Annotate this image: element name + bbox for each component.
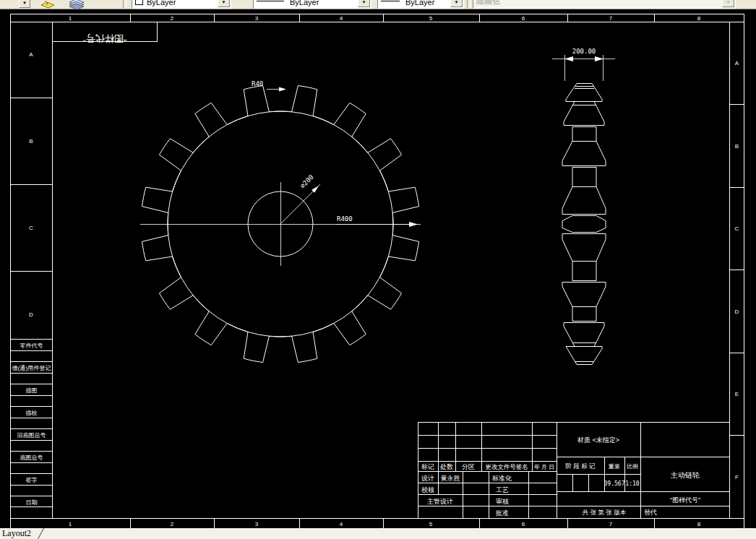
zone-number: 7 [609,521,613,527]
zone-number: 7 [609,15,613,22]
zone-number: 4 [340,15,343,22]
zone-letter: D [29,311,33,318]
attachment-label: 借(通)用件登记 [12,364,51,371]
zone-number: 1 [69,15,72,22]
approve-label: 批准 [495,509,509,517]
zone-letter: C [29,225,33,231]
zone-letter: B [29,138,33,145]
zone-letter: A [29,51,33,58]
zone-letter: B [735,143,739,150]
weight-label: 重量 [608,463,620,470]
material-label: 材质 <未指定> [577,436,619,444]
zone-number: 2 [171,521,174,527]
zone-labels: 1 2 3 4 5 6 7 8 1 2 3 4 5 6 7 8 A B C D … [29,15,739,528]
stage-mark-label: 阶 段 标 记 [565,462,596,470]
attachment-label: 底图总号 [20,454,43,461]
color-control[interactable]: ByLayer ▼ [132,0,231,9]
drawing-canvas[interactable]: 1 2 3 4 5 6 7 8 1 2 3 4 5 6 7 8 A B C D … [0,0,756,539]
zone-letter: C [735,225,739,232]
color-swatch [135,0,143,5]
check-label: 校核 [421,486,434,493]
centerlines [140,182,421,266]
zone-number: 6 [522,521,525,527]
color-value: ByLayer [147,0,176,7]
arrowhead [409,222,418,227]
corner-drawing-code: “图样代号” [83,33,127,44]
width-dimension-lines [552,55,615,81]
scale-value: 1:10 [625,480,639,487]
dim-tooth-root-radius: R40 [252,80,263,87]
zone-number: 5 [429,521,433,527]
dimension-leaders [267,90,418,225]
attachment-label: 日期 [26,499,38,506]
zone-number: 2 [171,15,174,22]
rev-header-zone: 分区 [462,463,475,470]
cad-application-window: ▼ ByLayer ▼ ByLayer ▼ B [0,0,756,539]
toolbar-separator [467,0,471,8]
zone-letter: F [735,474,739,480]
attachment-label: 零件代号 [20,342,43,349]
properties-toolbar: ▼ ByLayer ▼ ByLayer ▼ B [0,0,756,9]
rev-header-changedoc: 更改文件号签名 [485,463,528,470]
layout-tab-bar: Layout2 [0,528,756,539]
lineweight-control[interactable]: ByLayer ▼ [377,0,464,9]
chief-design-label: 主管设计 [427,498,453,505]
linetype-dropdown-arrow[interactable]: ▼ [358,0,370,7]
color-dropdown-arrow[interactable]: ▼ [218,0,230,7]
weight-value: 39.567 [604,480,625,487]
zone-letter: A [735,60,739,66]
zone-letter: E [735,391,739,397]
scale-label: 比例 [627,463,638,470]
tab-edge-divider [31,528,44,539]
side-view-dimension: 200.00 [564,48,603,61]
design-label: 设计 [421,475,434,482]
zone-number: 5 [429,15,433,22]
rev-header-mark: 标记 [421,463,434,470]
linetype-sample [257,1,284,1]
plotstyle-value: 随颜色 [476,0,500,7]
attachment-label: 描校 [26,410,38,416]
arrowhead [595,56,603,61]
attachment-label: 旧底图总号 [17,432,46,439]
designer-name: 黄永胜 [441,475,460,482]
dim-width: 200.00 [572,48,596,55]
sprocket-side-view [552,55,615,365]
replace-label: 替代 [644,509,657,516]
rev-header-count: 处数 [439,463,453,470]
make-object-layer-current-icon[interactable] [39,0,56,9]
process-label: 工艺 [496,486,509,493]
zone-number: 8 [697,521,701,527]
standardization-label: 标准化 [491,475,512,482]
part-name: 主动链轮 [670,471,700,479]
title-block-lines [418,423,730,519]
layers-stack-icon[interactable] [66,0,87,9]
attachment-label: 签字 [26,477,38,483]
drawing-code: “图样代号” [670,496,700,504]
lineweight-dropdown-arrow[interactable]: ▼ [450,0,463,7]
sheet-border-lines [11,14,744,529]
layout-tab[interactable]: Layout2 [0,528,31,539]
dim-hub-diameter: ⌀200 [298,173,314,189]
zone-number: 6 [522,15,525,22]
arrowhead [279,87,286,92]
plotstyle-control: 随颜色 ▼ [473,0,736,9]
sheets-label: 共 张 第 张 版本 [582,509,627,516]
plotstyle-dropdown-arrow: ▼ [722,0,734,7]
toolbar-separator [123,0,126,8]
arrowhead [564,56,573,61]
zone-number: 1 [69,521,72,527]
sprocket-front-view [140,86,421,363]
dim-outer-radius: R400 [337,215,353,223]
layer-combo-dropdown-button[interactable]: ▼ [19,0,30,8]
rev-header-date: 年 月 日 [534,464,554,470]
audit-label: 审核 [496,498,509,505]
zone-number: 4 [340,521,343,527]
zone-number: 3 [255,521,259,527]
sprocket-dimensions: R40 R400 ⌀200 [252,80,418,227]
attachment-table-labels: 零件代号 借(通)用件登记 描图 描校 旧底图总号 底图总号 签字 日期 [12,342,51,506]
zone-number: 3 [255,15,259,22]
zone-number: 8 [697,15,701,22]
lineweight-value: ByLayer [405,0,434,7]
linetype-control[interactable]: ByLayer ▼ [253,0,371,9]
attachment-label: 描图 [26,387,38,394]
